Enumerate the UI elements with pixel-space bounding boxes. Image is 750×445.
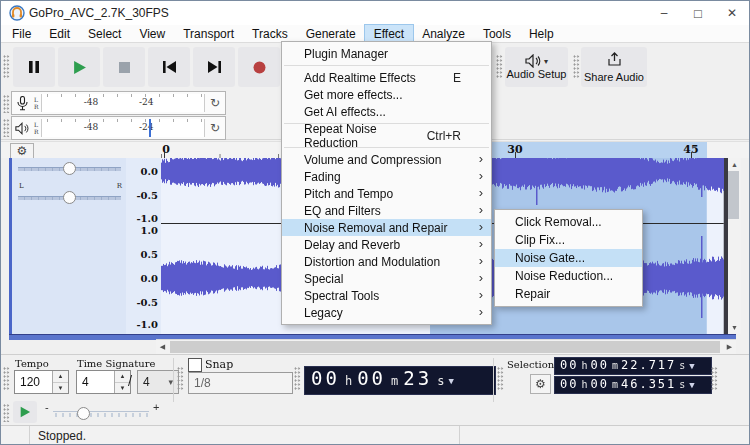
menu-item-add-realtime-effects[interactable]: Add Realtime EffectsE bbox=[282, 69, 491, 86]
menu-item-spectral-tools[interactable]: Spectral Tools bbox=[282, 287, 491, 304]
window-title: GoPro_AVC_2.7K_30FPS bbox=[29, 6, 169, 20]
effect-menu: Plugin Manager Add Realtime EffectsE Get… bbox=[281, 41, 492, 325]
audio-setup-grip[interactable] bbox=[496, 55, 503, 79]
share-audio-label: Share Audio bbox=[584, 71, 644, 83]
audio-setup-button[interactable]: ▾ Audio Setup bbox=[505, 47, 568, 87]
submenu-item-clip-fix[interactable]: Clip Fix... bbox=[495, 231, 642, 249]
menu-effect[interactable]: Effect bbox=[365, 25, 413, 42]
menu-help[interactable]: Help bbox=[520, 25, 563, 42]
skip-to-end-button[interactable] bbox=[193, 47, 235, 87]
menu-item-get-more-effects[interactable]: Get more effects... bbox=[282, 86, 491, 103]
share-audio-button[interactable]: Share Audio bbox=[581, 47, 647, 87]
menu-select[interactable]: Select bbox=[79, 25, 130, 42]
noise-removal-submenu: Click Removal... Clip Fix... Noise Gate.… bbox=[494, 209, 643, 307]
selection-label: Selection bbox=[507, 359, 554, 370]
playback-meter-scale[interactable]: -48 -24 bbox=[41, 119, 205, 137]
menu-item-eq-and-filters[interactable]: EQ and Filters bbox=[282, 202, 491, 219]
tempo-label: Tempo bbox=[15, 358, 49, 369]
tempo-spinbox[interactable]: 120 ▲▼ bbox=[14, 370, 69, 394]
play-speed-grip[interactable] bbox=[3, 404, 10, 422]
menu-item-legacy[interactable]: Legacy bbox=[282, 304, 491, 321]
menu-item-delay-and-reverb[interactable]: Delay and Reverb bbox=[282, 236, 491, 253]
time-display[interactable]: 00 h 00 m 23 s ▼ bbox=[304, 366, 496, 395]
share-audio-grip[interactable] bbox=[573, 55, 580, 79]
menu-edit[interactable]: Edit bbox=[40, 25, 79, 42]
menu-file[interactable]: File bbox=[3, 25, 40, 42]
timeline-options-button[interactable] bbox=[10, 143, 34, 159]
speed-plus: + bbox=[153, 401, 159, 413]
transport-toolbar-grip[interactable] bbox=[3, 55, 10, 79]
pause-button[interactable] bbox=[13, 47, 55, 87]
menu-item-plugin-manager[interactable]: Plugin Manager bbox=[282, 45, 491, 62]
pan-slider-thumb[interactable] bbox=[63, 191, 76, 204]
horizontal-scrollbar-thumb[interactable] bbox=[170, 341, 720, 353]
submenu-item-noise-gate[interactable]: Noise Gate... bbox=[495, 249, 642, 267]
menu-item-fading[interactable]: Fading bbox=[282, 168, 491, 185]
submenu-item-noise-reduction[interactable]: Noise Reduction... bbox=[495, 267, 642, 285]
statusbar: Stopped. bbox=[1, 425, 749, 445]
ts-upper-spinbox[interactable]: 4 ▲▼ bbox=[76, 370, 131, 394]
playback-meter-grip[interactable] bbox=[3, 119, 10, 137]
gain-slider-thumb[interactable] bbox=[63, 162, 76, 175]
time-toolbar-grip[interactable] bbox=[294, 367, 301, 391]
speed-minus: - bbox=[45, 401, 49, 413]
menu-item-get-ai-effects[interactable]: Get AI effects... bbox=[282, 103, 491, 120]
speaker-caret-icon: ▾ bbox=[525, 54, 548, 68]
status-text: Stopped. bbox=[38, 429, 86, 443]
selection-options-button[interactable] bbox=[530, 374, 551, 394]
menu-view[interactable]: View bbox=[130, 25, 174, 42]
play-button[interactable] bbox=[58, 47, 100, 87]
menu-generate[interactable]: Generate bbox=[297, 25, 365, 42]
minimize-button[interactable] bbox=[647, 1, 681, 25]
play-speed-thumb[interactable] bbox=[77, 407, 90, 420]
microphone-icon bbox=[12, 94, 32, 112]
bottom-toolbar: Tempo 120 ▲▼ Time Signature 4 ▲▼ / 4 Sna… bbox=[1, 354, 749, 425]
menu-item-volume-and-compression[interactable]: Volume and Compression bbox=[282, 151, 491, 168]
close-button[interactable] bbox=[715, 1, 749, 25]
selection-toolbar-grip[interactable] bbox=[497, 367, 504, 391]
record-meter[interactable]: LR -48 -24 ↻ bbox=[11, 91, 226, 115]
snap-toolbar-grip[interactable] bbox=[177, 367, 184, 391]
record-meter-grip[interactable] bbox=[3, 95, 10, 113]
track-control-panel[interactable]: L R bbox=[9, 158, 129, 334]
share-icon bbox=[607, 52, 622, 71]
menu-transport[interactable]: Transport bbox=[174, 25, 243, 42]
selection-start-display[interactable]: 00 h 00 m 22.717 s ▼ bbox=[554, 357, 712, 375]
vertical-scrollbar-thumb[interactable] bbox=[728, 171, 739, 219]
menu-tools[interactable]: Tools bbox=[474, 25, 520, 42]
submenu-item-repair[interactable]: Repair bbox=[495, 285, 642, 303]
maximize-button[interactable] bbox=[681, 1, 715, 25]
menu-item-pitch-and-tempo[interactable]: Pitch and Tempo bbox=[282, 185, 491, 202]
meter-refresh-icon[interactable]: ↻ bbox=[205, 119, 225, 137]
stop-button[interactable] bbox=[103, 47, 145, 87]
horizontal-scrollbar[interactable]: ◀ ▶ bbox=[156, 339, 736, 354]
menu-item-distortion-and-modulation[interactable]: Distortion and Modulation bbox=[282, 253, 491, 270]
play-at-speed-button[interactable] bbox=[13, 401, 37, 423]
menu-analyze[interactable]: Analyze bbox=[413, 25, 474, 42]
record-button[interactable] bbox=[238, 47, 280, 87]
submenu-item-click-removal[interactable]: Click Removal... bbox=[495, 213, 642, 231]
record-meter-scale[interactable]: -48 -24 bbox=[41, 94, 205, 112]
selection-end-display[interactable]: 00 h 00 m 46.351 s ▼ bbox=[554, 376, 712, 394]
menu-item-special[interactable]: Special bbox=[282, 270, 491, 287]
vertical-scale[interactable]: 0.0 -0.5 -1.0 1.0 0.5 0.0 -0.5 -1.0 bbox=[126, 158, 162, 334]
playback-meter[interactable]: LR -48 -24 ↻ bbox=[11, 116, 226, 140]
snap-dropdown[interactable]: 1/8 bbox=[188, 372, 293, 394]
ts-slash: / bbox=[128, 374, 132, 388]
pan-left-label: L bbox=[19, 182, 24, 190]
menu-item-repeat-noise-reduction[interactable]: Repeat Noise ReductionCtrl+R bbox=[282, 127, 491, 144]
time-signature-label: Time Signature bbox=[77, 358, 155, 369]
menu-tracks[interactable]: Tracks bbox=[243, 25, 297, 42]
menu-item-noise-removal-and-repair[interactable]: Noise Removal and Repair bbox=[282, 219, 491, 236]
play-speed-slider[interactable] bbox=[53, 411, 149, 417]
snap-checkbox[interactable] bbox=[188, 358, 202, 372]
app-logo-icon bbox=[9, 5, 25, 25]
titlebar[interactable]: GoPro_AVC_2.7K_30FPS bbox=[1, 1, 749, 25]
pan-right-label: R bbox=[117, 182, 122, 190]
meter-refresh-icon[interactable]: ↻ bbox=[205, 94, 225, 112]
snap-label: Snap bbox=[205, 358, 233, 371]
skip-to-start-button[interactable] bbox=[148, 47, 190, 87]
vertical-scrollbar[interactable]: ▲ ▼ bbox=[728, 158, 741, 334]
time-sig-toolbar-grip[interactable] bbox=[3, 367, 10, 391]
meter-cursor bbox=[149, 119, 151, 137]
